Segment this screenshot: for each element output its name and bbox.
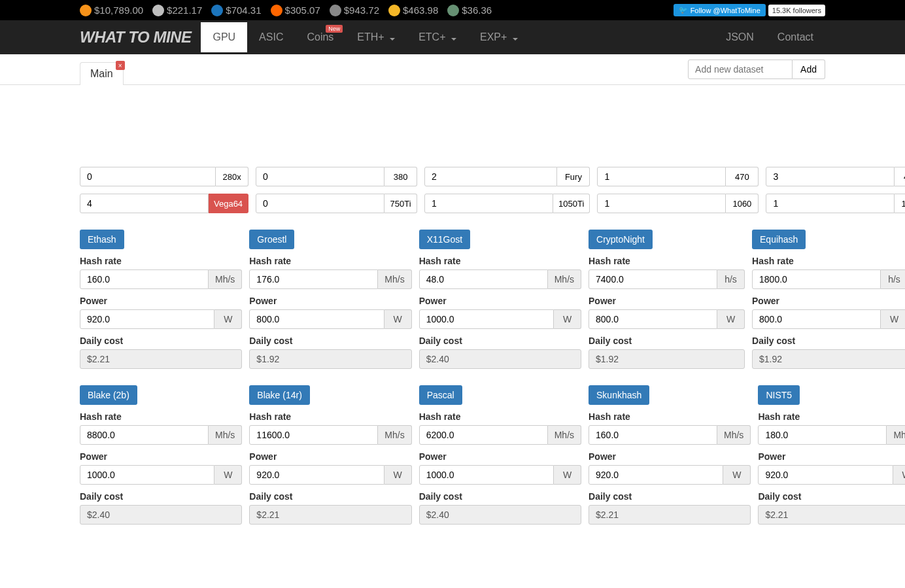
gpu-button-1060[interactable]: 1060 (726, 194, 759, 213)
power-input[interactable] (80, 465, 214, 485)
power-input[interactable] (249, 465, 384, 485)
price-ltc[interactable]: $221.17 (152, 5, 202, 16)
twitter-follow[interactable]: 🐦Follow @WhatToMine 15.3K followers (674, 4, 825, 16)
algo-block-x11gost: X11GostHash rateMh/sPowerWDaily cost$2.4… (419, 230, 581, 369)
gpu-count-280x[interactable] (80, 167, 216, 186)
follow-count: 15.3K followers (768, 5, 825, 16)
power-input[interactable] (419, 309, 554, 329)
gpu-button-fury[interactable]: Fury (557, 167, 590, 186)
hash-input[interactable] (419, 425, 548, 445)
algo-block-ethash: EthashHash rateMh/sPowerWDaily cost$2.21 (80, 230, 242, 369)
hash-input[interactable] (752, 269, 881, 289)
gpu-count-1070[interactable] (766, 194, 895, 213)
chevron-down-icon (513, 38, 518, 41)
price-zec[interactable]: $463.98 (388, 5, 438, 16)
gpu-button-480[interactable]: 480 (895, 167, 905, 186)
algo-button[interactable]: Blake (14r) (249, 385, 309, 405)
hash-label: Hash rate (249, 256, 411, 266)
power-input[interactable] (589, 465, 723, 485)
hash-input[interactable] (80, 269, 209, 289)
algo-button[interactable]: Skunkhash (589, 385, 649, 405)
nav-json[interactable]: JSON (714, 22, 766, 52)
nav-gpu[interactable]: GPU (201, 22, 247, 52)
price-eth[interactable]: $943.72 (330, 5, 379, 16)
algo-block-blake2b: Blake (2b)Hash rateMh/sPowerWDaily cost$… (80, 385, 242, 588)
power-input[interactable] (80, 309, 214, 329)
hash-label: Hash rate (419, 411, 581, 422)
coin-icon (271, 5, 282, 16)
algo-button[interactable]: X11Gost (419, 230, 470, 249)
hash-input[interactable] (589, 425, 717, 445)
hash-unit: Mh/s (209, 425, 242, 445)
nav-coins[interactable]: CoinsNew (295, 22, 345, 52)
gpu-count-1050ti[interactable] (424, 194, 553, 213)
hash-unit: h/s (881, 269, 905, 289)
gpu-button-470[interactable]: 470 (726, 167, 759, 186)
gpu-count-750ti[interactable] (256, 194, 384, 213)
algo-button[interactable]: Ethash (80, 230, 124, 249)
brand-logo[interactable]: WHAT TO MINE (80, 20, 201, 54)
algo-button[interactable]: Blake (2b) (80, 385, 137, 405)
power-unit: W (881, 309, 905, 329)
add-dataset-button[interactable]: Add (793, 60, 825, 79)
price-btc[interactable]: $10,789.00 (80, 5, 143, 16)
gpu-count-380[interactable] (256, 167, 384, 186)
power-input[interactable] (758, 465, 893, 485)
power-label: Power (589, 296, 745, 306)
gpu-button-380[interactable]: 380 (384, 167, 417, 186)
daily-cost: $1.92 (752, 349, 905, 369)
gpu-count-1060[interactable] (597, 194, 726, 213)
power-input[interactable] (752, 309, 881, 329)
nav-etc-plus[interactable]: ETC+ (407, 22, 468, 52)
hash-unit: Mh/s (378, 269, 411, 289)
close-icon[interactable]: × (116, 61, 125, 70)
power-input[interactable] (249, 309, 384, 329)
algo-button[interactable]: CryptoNight (589, 230, 653, 249)
hash-input[interactable] (419, 269, 548, 289)
algo-button[interactable]: NIST5 (758, 385, 800, 405)
nav-eth-plus[interactable]: ETH+ (345, 22, 407, 52)
dataset-bar: Main × Add (0, 54, 905, 85)
algo-button[interactable]: Groestl (249, 230, 294, 249)
power-input[interactable] (589, 309, 717, 329)
hash-unit: Mh/s (887, 425, 905, 445)
hash-input[interactable] (249, 269, 378, 289)
gpu-button-1070[interactable]: 1070 (895, 194, 905, 213)
algo-block-equihash: EquihashHash rateh/sPowerWDaily cost$1.9… (752, 230, 905, 369)
algo-button[interactable]: Equihash (752, 230, 806, 249)
algo-button[interactable]: Pascal (419, 385, 462, 405)
cost-label: Daily cost (419, 491, 581, 502)
gpu-button-750ti[interactable]: 750Ti (384, 194, 417, 213)
gpu-count-fury[interactable] (424, 167, 557, 186)
nav-exp-plus[interactable]: EXP+ (468, 22, 530, 52)
hash-unit: Mh/s (548, 269, 581, 289)
price-value: $221.17 (167, 5, 202, 16)
gpu-button-vega64[interactable]: Vega64 (209, 194, 248, 213)
price-xmr[interactable]: $305.07 (271, 5, 320, 16)
power-unit: W (554, 309, 581, 329)
nav-contact[interactable]: Contact (766, 22, 825, 52)
hash-input[interactable] (249, 425, 378, 445)
daily-cost: $2.40 (419, 349, 581, 369)
daily-cost: $2.21 (249, 505, 411, 525)
tab-main[interactable]: Main × (80, 62, 124, 85)
power-unit: W (384, 309, 412, 329)
hash-input[interactable] (758, 425, 887, 445)
hash-input[interactable] (80, 425, 209, 445)
gpu-count-480[interactable] (766, 167, 895, 186)
power-unit: W (384, 465, 412, 485)
gpu-count-vega64[interactable] (80, 194, 209, 213)
power-unit: W (554, 465, 581, 485)
gpu-count-470[interactable] (597, 167, 726, 186)
nav-asic[interactable]: ASIC (247, 22, 295, 52)
nav-badge: New (326, 25, 343, 33)
gpu-button-1050ti[interactable]: 1050Ti (553, 194, 590, 213)
dataset-input[interactable] (688, 60, 793, 79)
hash-label: Hash rate (80, 411, 242, 422)
cost-label: Daily cost (80, 336, 242, 346)
power-input[interactable] (419, 465, 554, 485)
hash-input[interactable] (589, 269, 717, 289)
gpu-button-280x[interactable]: 280x (216, 167, 248, 186)
price-etc[interactable]: $36.36 (447, 5, 492, 16)
price-dash[interactable]: $704.31 (211, 5, 261, 16)
